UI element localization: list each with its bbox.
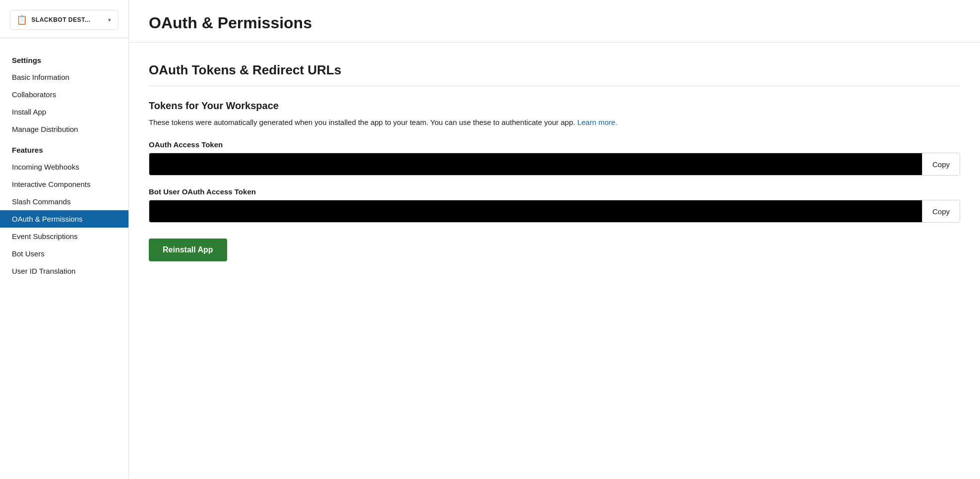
learn-more-link[interactable]: Learn more. xyxy=(577,118,617,126)
sidebar-nav: Settings Basic Information Collaborators… xyxy=(0,38,128,479)
oauth-token-field xyxy=(149,153,922,175)
oauth-token-field-wrapper: Copy xyxy=(149,153,960,176)
sidebar-header: 📋 SLACKBOT DEST... ▼ xyxy=(0,0,128,38)
sidebar-item-interactive-components[interactable]: Interactive Components xyxy=(0,176,128,193)
bot-token-label: Bot User OAuth Access Token xyxy=(149,187,960,196)
main-content: OAuth Tokens & Redirect URLs Tokens for … xyxy=(129,43,980,479)
description-text: These tokens were automatically generate… xyxy=(149,117,960,128)
sidebar-item-user-id-translation[interactable]: User ID Translation xyxy=(0,262,128,280)
oauth-token-label: OAuth Access Token xyxy=(149,140,960,149)
section-divider xyxy=(149,86,960,86)
main-area: OAuth & Permissions OAuth Tokens & Redir… xyxy=(129,0,980,479)
copy-oauth-token-button[interactable]: Copy xyxy=(922,153,960,175)
app-icon: 📋 xyxy=(16,14,27,25)
bot-token-field-wrapper: Copy xyxy=(149,200,960,223)
sidebar-item-install-app[interactable]: Install App xyxy=(0,103,128,120)
app-selector[interactable]: 📋 SLACKBOT DEST... ▼ xyxy=(10,10,119,30)
sidebar-item-oauth-permissions[interactable]: OAuth & Permissions xyxy=(0,210,128,228)
sidebar-item-event-subscriptions[interactable]: Event Subscriptions xyxy=(0,228,128,245)
section-title: OAuth Tokens & Redirect URLs xyxy=(149,62,960,78)
reinstall-app-button[interactable]: Reinstall App xyxy=(149,239,227,261)
features-section-title: Features xyxy=(0,142,128,158)
chevron-down-icon: ▼ xyxy=(107,17,112,23)
settings-section-title: Settings xyxy=(0,52,128,68)
main-header: OAuth & Permissions xyxy=(129,0,980,43)
subsection-title: Tokens for Your Workspace xyxy=(149,100,960,112)
sidebar-item-collaborators[interactable]: Collaborators xyxy=(0,86,128,103)
copy-bot-token-button[interactable]: Copy xyxy=(922,200,960,222)
bot-token-field xyxy=(149,200,922,222)
sidebar-item-incoming-webhooks[interactable]: Incoming Webhooks xyxy=(0,158,128,176)
app-name: SLACKBOT DEST... xyxy=(31,16,103,23)
sidebar-item-manage-distribution[interactable]: Manage Distribution xyxy=(0,120,128,138)
sidebar-item-slash-commands[interactable]: Slash Commands xyxy=(0,193,128,210)
page-title: OAuth & Permissions xyxy=(149,14,960,32)
sidebar-item-basic-information[interactable]: Basic Information xyxy=(0,68,128,86)
sidebar: 📋 SLACKBOT DEST... ▼ Settings Basic Info… xyxy=(0,0,129,479)
sidebar-item-bot-users[interactable]: Bot Users xyxy=(0,245,128,262)
